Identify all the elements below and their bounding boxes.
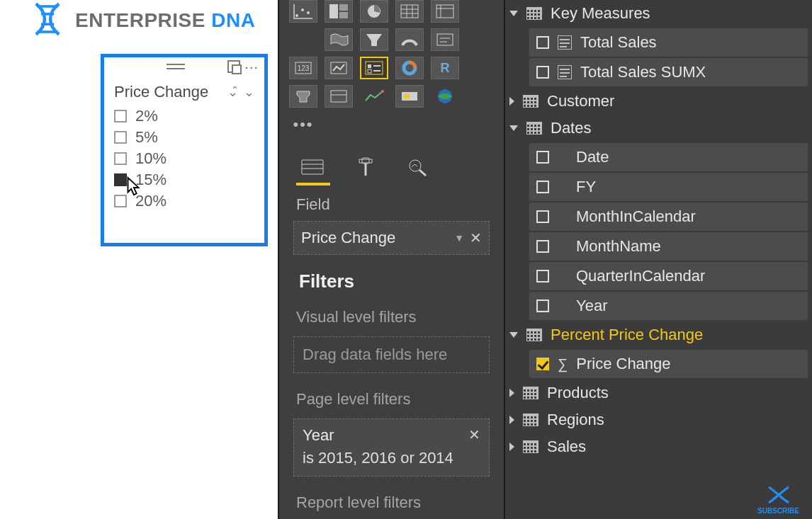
field-fy[interactable]: FY: [529, 173, 808, 201]
table-icon: [523, 95, 538, 108]
field-checkbox[interactable]: [536, 181, 549, 193]
table-sales[interactable]: Sales: [505, 433, 812, 460]
matrix-icon[interactable]: [431, 0, 459, 23]
r-visual-icon[interactable]: R: [431, 57, 459, 79]
slicer-dropdown-icon[interactable]: ⌄: [244, 84, 254, 100]
line-chart-icon[interactable]: [360, 85, 388, 108]
card-icon[interactable]: [431, 28, 459, 51]
treemap-icon[interactable]: [325, 0, 353, 23]
scatter-chart-icon[interactable]: [289, 0, 317, 23]
field-year[interactable]: Year: [529, 292, 808, 320]
page-filter-summary: is 2015, 2016 or 2014: [303, 449, 480, 467]
funnel-chart-icon[interactable]: [360, 28, 388, 51]
svg-point-34: [381, 90, 384, 93]
slicer-item-selected[interactable]: 15%: [114, 169, 254, 190]
field-checkbox[interactable]: [536, 270, 549, 283]
svg-text:R: R: [441, 61, 450, 75]
multi-row-card-icon[interactable]: 123: [289, 57, 317, 79]
custom-visual-1-icon[interactable]: [395, 85, 424, 108]
expand-caret-icon[interactable]: [509, 97, 514, 105]
sigma-icon: ∑: [558, 356, 568, 372]
filled-map-icon[interactable]: [325, 28, 353, 51]
table-visual-icon[interactable]: [325, 85, 353, 108]
field-total-sales-sumx[interactable]: Total Sales SUMX: [529, 58, 808, 86]
table-icon: [523, 440, 538, 453]
kpi-icon[interactable]: [325, 57, 353, 79]
expand-caret-icon[interactable]: [509, 416, 514, 424]
field-checkbox[interactable]: [536, 300, 549, 312]
field-checkbox[interactable]: [536, 240, 549, 253]
table-icon: [523, 414, 538, 426]
table-icon: [523, 387, 538, 399]
slicer-item[interactable]: 2%: [114, 105, 254, 127]
table-regions[interactable]: Regions: [505, 406, 812, 433]
visualizations-panel: 123 R ••• Field Price Change ▼ ✕ Filters…: [278, 0, 504, 519]
field-checkbox[interactable]: [536, 36, 549, 49]
field-monthname[interactable]: MonthName: [529, 232, 808, 261]
arcgis-map-icon[interactable]: [431, 85, 459, 108]
dropdown-arrow-icon[interactable]: ▼: [454, 232, 464, 244]
gauge-icon[interactable]: [395, 28, 424, 51]
remove-field-icon[interactable]: ✕: [470, 229, 482, 246]
more-options-icon[interactable]: ···: [244, 62, 259, 71]
report-canvas: ENTERPRISE DNA ··· Price Change ⌄̂ ⌄ 2% …: [0, 0, 278, 519]
page-filter-year[interactable]: Year is 2015, 2016 or 2014 ✕: [293, 418, 490, 477]
table-dates[interactable]: Dates: [505, 115, 812, 142]
table-customer[interactable]: Customer: [505, 88, 812, 115]
field-checkbox-checked[interactable]: [536, 358, 549, 370]
slicer-header: ···: [104, 57, 264, 76]
visualization-gallery: 123 R •••: [286, 0, 497, 143]
slicer-item[interactable]: 5%: [114, 127, 254, 148]
slicer-item[interactable]: 20%: [114, 190, 254, 212]
price-change-slicer[interactable]: ··· Price Change ⌄̂ ⌄ 2% 5% 10% 15% 20%: [101, 54, 268, 246]
expand-caret-icon[interactable]: [509, 389, 514, 397]
field-well-price-change[interactable]: Price Change ▼ ✕: [293, 221, 490, 255]
subscribe-badge[interactable]: SUBSCRIBE: [757, 484, 799, 515]
dna-logo-icon: [28, 0, 67, 41]
svg-rect-16: [436, 5, 453, 18]
field-monthincalendar[interactable]: MonthInCalendar: [529, 203, 808, 231]
slicer-title: Price Change: [114, 83, 208, 101]
slicer-visual-icon[interactable]: [360, 57, 388, 79]
svg-rect-36: [404, 94, 410, 98]
field-total-sales[interactable]: Total Sales: [529, 28, 808, 57]
slicer-item[interactable]: 10%: [114, 148, 254, 169]
svg-point-6: [307, 11, 310, 14]
field-checkbox[interactable]: [536, 66, 549, 79]
filters-heading: Filters: [286, 255, 497, 301]
expand-caret-icon[interactable]: [509, 125, 518, 131]
slicer-clear-icon[interactable]: ⌄̂: [227, 84, 238, 100]
svg-rect-19: [437, 34, 453, 45]
svg-point-5: [301, 8, 304, 11]
measure-icon: [558, 65, 572, 79]
svg-rect-38: [302, 160, 323, 174]
analytics-tab[interactable]: [402, 153, 432, 180]
format-tab[interactable]: [350, 153, 380, 180]
svg-rect-11: [401, 5, 418, 18]
table-key-measures[interactable]: Key Measures: [505, 0, 812, 27]
shape-map-icon[interactable]: [289, 85, 317, 108]
field-quarterincalendar[interactable]: QuarterInCalendar: [529, 262, 808, 290]
visual-filters-dropzone[interactable]: Drag data fields here: [293, 336, 490, 373]
fields-tab[interactable]: [298, 153, 327, 180]
visual-level-filters-label: Visual level filters: [286, 301, 497, 333]
more-visuals-icon[interactable]: •••: [289, 113, 317, 136]
field-date[interactable]: Date: [529, 143, 808, 171]
remove-page-filter-icon[interactable]: ✕: [468, 426, 480, 443]
focus-mode-icon[interactable]: [227, 60, 240, 73]
expand-caret-icon[interactable]: [509, 11, 518, 16]
expand-caret-icon[interactable]: [509, 332, 518, 338]
field-price-change[interactable]: ∑ Price Change: [529, 350, 808, 378]
pie-chart-icon[interactable]: [360, 0, 388, 23]
svg-point-4: [295, 14, 298, 17]
table-products[interactable]: Products: [505, 380, 812, 406]
drag-handle-icon[interactable]: [167, 64, 185, 69]
field-checkbox[interactable]: [536, 210, 549, 223]
field-checkbox[interactable]: [536, 151, 549, 164]
expand-caret-icon[interactable]: [509, 443, 514, 451]
svg-point-43: [410, 160, 421, 171]
donut-chart-icon[interactable]: [395, 57, 424, 79]
table-icon[interactable]: [395, 0, 424, 23]
svg-rect-32: [331, 91, 346, 102]
table-percent-price-change[interactable]: Percent Price Change: [505, 321, 812, 348]
